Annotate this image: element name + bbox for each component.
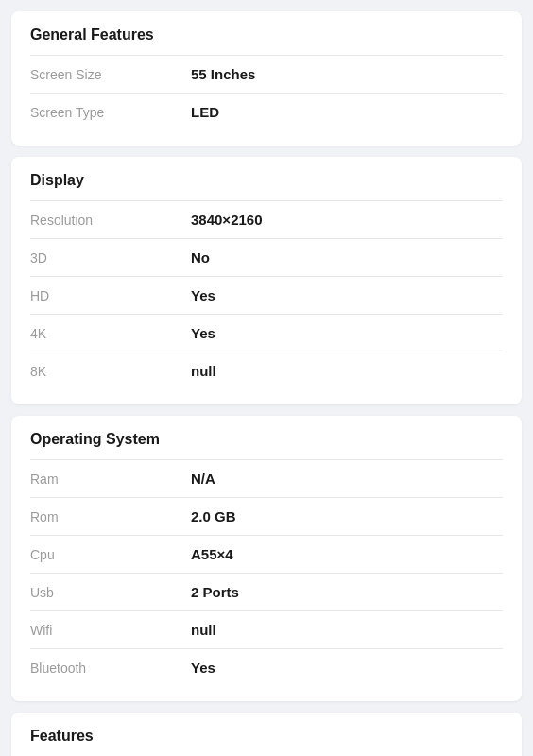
table-row: BluetoothYes [30,648,503,686]
spec-value: 3840×2160 [191,212,503,228]
spec-label: Ram [30,472,191,487]
section-title-display: Display [30,172,503,189]
table-row: Wifinull [30,610,503,648]
spec-value: Yes [191,287,503,303]
spec-value: null [191,622,503,638]
table-row: 4KYes [30,314,503,352]
section-title-features: Features [30,728,503,745]
spec-value: N/A [191,471,503,487]
table-row: 8Knull [30,352,503,389]
spec-label: Resolution [30,213,191,228]
table-row: RamN/A [30,459,503,497]
table-row: CpuA55×4 [30,535,503,573]
spec-label: Cpu [30,547,191,562]
spec-value: Yes [191,660,503,676]
spec-value: 55 Inches [191,66,503,82]
spec-label: Rom [30,509,191,524]
spec-value: LED [191,104,503,120]
spec-label: Screen Size [30,67,191,82]
spec-label: 8K [30,364,191,379]
spec-value: null [191,363,503,379]
table-row: HDYes [30,276,503,314]
spec-label: Wifi [30,623,191,638]
page-container: General FeaturesScreen Size55 InchesScre… [0,0,533,756]
section-title-operating-system: Operating System [30,431,503,448]
table-row: Rom2.0 GB [30,497,503,535]
spec-label: HD [30,288,191,303]
spec-value: No [191,249,503,266]
spec-label: 3D [30,250,191,266]
card-operating-system: Operating SystemRamN/ARom2.0 GBCpuA55×4U… [11,416,522,701]
spec-label: 4K [30,326,191,341]
card-display: DisplayResolution3840×21603DNoHDYes4KYes… [11,157,522,404]
spec-value: 2 Ports [191,584,503,600]
spec-label: Bluetooth [30,661,191,676]
table-row: Resolution3840×2160 [30,200,503,238]
card-features: FeaturesSmart TVYes [11,713,522,756]
card-general-features: General FeaturesScreen Size55 InchesScre… [11,11,522,146]
spec-value: A55×4 [191,546,503,562]
table-row: 3DNo [30,238,503,276]
table-row: Screen TypeLED [30,93,503,130]
spec-label: Usb [30,585,191,600]
spec-value: Yes [191,325,503,341]
table-row: Usb2 Ports [30,573,503,610]
section-title-general-features: General Features [30,26,503,43]
spec-value: 2.0 GB [191,508,503,524]
spec-label: Screen Type [30,105,191,120]
table-row: Screen Size55 Inches [30,55,503,93]
